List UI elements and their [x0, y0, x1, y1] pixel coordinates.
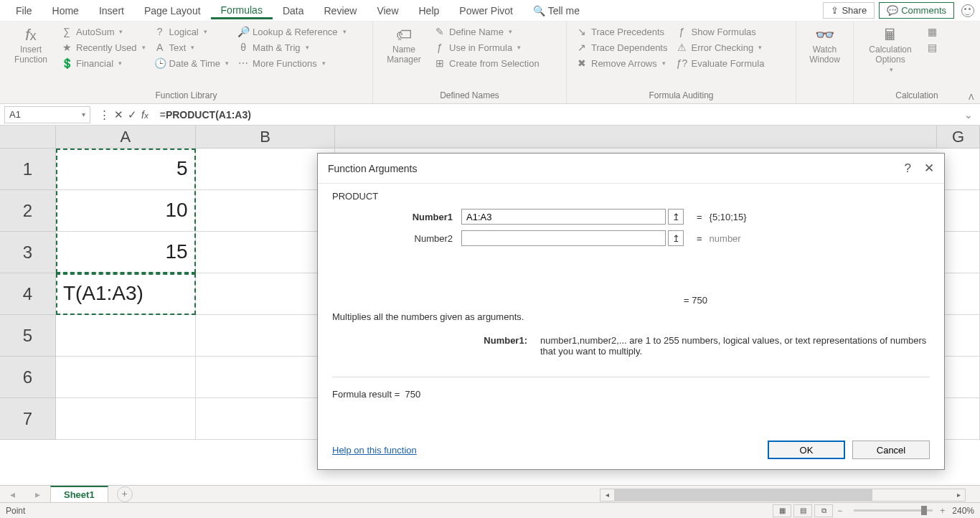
tell-me[interactable]: 🔍 Tell me — [523, 2, 590, 19]
logical-button[interactable]: ?Logical▾ — [152, 24, 232, 39]
horizontal-scrollbar[interactable]: ◂ ▸ — [600, 489, 966, 501]
zoom-out-icon[interactable]: − — [837, 506, 842, 516]
confirm-icon[interactable]: ✓ — [128, 108, 137, 121]
morefn-button[interactable]: ⋯More Functions▾ — [235, 56, 349, 70]
error-checking-button[interactable]: ⚠Error Checking▾ — [674, 40, 766, 55]
tab-review[interactable]: Review — [314, 2, 367, 19]
lookup-button[interactable]: 🔎Lookup & Reference▾ — [235, 24, 349, 39]
calc-now-button[interactable]: ▦ — [924, 24, 940, 39]
cell-b3[interactable] — [196, 232, 336, 273]
view-normal-button[interactable]: ▦ — [773, 504, 791, 517]
mathtrig-button[interactable]: θMath & Trig▾ — [235, 40, 349, 55]
cancel-icon[interactable]: ✕ — [114, 108, 123, 121]
add-sheet-button[interactable]: + — [117, 486, 133, 502]
tab-page-layout[interactable]: Page Layout — [134, 2, 211, 19]
view-page-layout-button[interactable]: ▤ — [793, 504, 812, 517]
dialog-help-icon[interactable]: ? — [905, 161, 911, 176]
help-on-function-link[interactable]: Help on this function — [332, 445, 417, 456]
name-box[interactable]: A1▾ — [4, 106, 90, 123]
recently-used-button[interactable]: ★Recently Used▾ — [59, 40, 148, 55]
cell-a7[interactable] — [56, 398, 196, 440]
create-from-selection-button[interactable]: ⊞Create from Selection — [432, 56, 542, 70]
cancel-button[interactable]: Cancel — [852, 441, 930, 459]
feedback-icon[interactable] — [961, 4, 974, 17]
calc-now-icon: ▦ — [926, 26, 938, 37]
cell-b2[interactable] — [196, 190, 336, 232]
row-header-2[interactable]: 2 — [0, 190, 56, 232]
zoom-thumb[interactable] — [921, 506, 927, 515]
autosum-button[interactable]: ∑AutoSum▾ — [59, 24, 148, 39]
arg1-collapse-button[interactable]: ↥ — [668, 209, 684, 225]
eval-icon: ƒ? — [676, 57, 687, 69]
function-arguments-dialog: Function Arguments ? ✕ PRODUCT Number1 ↥… — [317, 153, 945, 470]
three-dots-icon[interactable]: ⋮ — [99, 108, 110, 121]
use-in-formula-button[interactable]: ƒUse in Formula▾ — [432, 40, 542, 55]
cell-a1[interactable]: 5 — [56, 149, 196, 190]
chevron-down-icon[interactable]: ▾ — [82, 110, 85, 118]
row-header-3[interactable]: 3 — [0, 232, 56, 273]
arg2-input[interactable] — [461, 230, 666, 246]
comments-button[interactable]: 💬Comments — [879, 2, 954, 19]
col-header-a[interactable]: A — [56, 126, 196, 149]
zoom-level[interactable]: 240% — [952, 506, 974, 516]
zoom-in-icon[interactable]: + — [940, 506, 945, 516]
sheet-nav-next-icon[interactable]: ▸ — [25, 489, 50, 500]
calculation-options-button[interactable]: 🖩Calculation Options▾ — [861, 24, 920, 88]
error-icon: ⚠ — [676, 42, 687, 53]
trace-dependents-button[interactable]: ↗Trace Dependents — [574, 40, 669, 55]
cell-a5[interactable] — [56, 315, 196, 357]
cell-b4[interactable] — [196, 273, 336, 315]
scroll-right-icon[interactable]: ▸ — [952, 489, 965, 501]
col-header-b[interactable]: B — [196, 126, 336, 149]
cell-a3[interactable]: 15 — [56, 232, 196, 273]
row-header-4[interactable]: 4 — [0, 273, 56, 315]
tab-data[interactable]: Data — [273, 2, 314, 19]
scrollbar-thumb[interactable] — [614, 489, 872, 501]
tab-insert[interactable]: Insert — [89, 2, 134, 19]
ok-button[interactable]: OK — [768, 441, 845, 459]
view-page-break-button[interactable]: ⧉ — [814, 504, 833, 517]
collapse-ribbon-icon[interactable]: ᐱ — [969, 93, 974, 102]
insert-function-button[interactable]: fx Insert Function — [7, 24, 55, 88]
show-formulas-button[interactable]: ƒShow Formulas — [674, 24, 766, 39]
define-name-button[interactable]: ✎Define Name▾ — [432, 24, 542, 39]
cell-a6[interactable] — [56, 357, 196, 398]
cell-a4[interactable]: T(A1:A3) — [56, 273, 196, 315]
row-header-1[interactable]: 1 — [0, 149, 56, 190]
remove-arrows-button[interactable]: ✖Remove Arrows▾ — [574, 56, 669, 70]
arg2-collapse-button[interactable]: ↥ — [668, 230, 684, 246]
sheet-tab-sheet1[interactable]: Sheet1 — [50, 486, 108, 502]
watch-window-button[interactable]: 👓Watch Window — [804, 24, 846, 98]
calc-sheet-button[interactable]: ▤ — [924, 40, 940, 55]
tab-file[interactable]: File — [6, 2, 42, 19]
tab-home[interactable]: Home — [42, 2, 89, 19]
tab-view[interactable]: View — [367, 2, 408, 19]
expand-formula-bar-icon[interactable]: ⌄ — [957, 109, 980, 121]
scroll-left-icon[interactable]: ◂ — [600, 489, 613, 501]
cell-b1[interactable] — [196, 149, 336, 190]
zoom-slider[interactable] — [854, 509, 933, 512]
tab-help[interactable]: Help — [409, 2, 450, 19]
sheet-nav-prev-icon[interactable]: ◂ — [0, 489, 25, 500]
use-icon: ƒ — [434, 42, 446, 53]
datetime-button[interactable]: 🕒Date & Time▾ — [152, 56, 232, 70]
text-button[interactable]: AText▾ — [152, 40, 232, 55]
dialog-close-icon[interactable]: ✕ — [924, 161, 934, 176]
share-button[interactable]: ⇪Share — [823, 2, 875, 19]
financial-button[interactable]: 💲Financial▾ — [59, 56, 148, 70]
fx-icon[interactable]: fx — [141, 109, 149, 121]
cell-a2[interactable]: 10 — [56, 190, 196, 232]
row-header-5[interactable]: 5 — [0, 315, 56, 357]
row-header-7[interactable]: 7 — [0, 398, 56, 440]
tab-formulas[interactable]: Formulas — [211, 1, 273, 19]
row-header-6[interactable]: 6 — [0, 357, 56, 398]
arg1-input[interactable] — [461, 209, 666, 225]
name-manager-button[interactable]: 🏷 Name Manager — [380, 24, 428, 88]
col-header-g[interactable]: G — [937, 126, 980, 149]
formula-bar[interactable]: =PRODUCT(A1:A3) — [154, 109, 957, 121]
tab-power-pivot[interactable]: Power Pivot — [449, 2, 523, 19]
calc-icon: 🖩 — [882, 27, 898, 43]
select-all-corner[interactable] — [0, 126, 56, 149]
trace-precedents-button[interactable]: ↘Trace Precedents — [574, 24, 669, 39]
evaluate-formula-button[interactable]: ƒ?Evaluate Formula — [674, 56, 766, 70]
